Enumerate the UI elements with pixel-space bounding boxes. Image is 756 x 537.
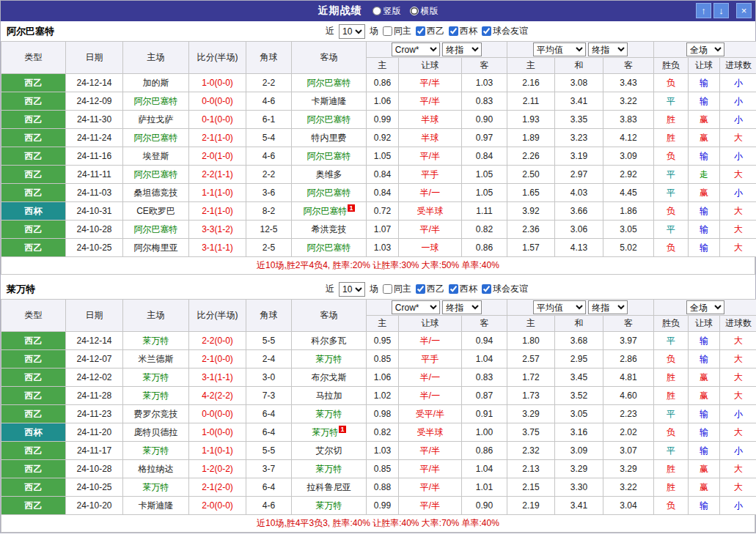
away-team-name: 阿尔巴塞特 — [307, 242, 351, 253]
match-date: 24-11-23 — [66, 405, 123, 423]
league-checkbox[interactable] — [416, 26, 425, 36]
league-type: 西杯 — [1, 423, 66, 442]
league-type: 西乙 — [1, 221, 66, 239]
league-type: 西乙 — [1, 478, 66, 497]
corner-score: 2-5 — [246, 239, 292, 257]
league-type: 西乙 — [1, 369, 66, 387]
avg-odds-away: 2.23 — [603, 405, 654, 423]
friendly-checkbox[interactable] — [482, 26, 491, 36]
avg-odds-away: 2.02 — [603, 423, 654, 442]
same-home-checkbox[interactable] — [383, 26, 392, 36]
home-team-name: 莱万特 — [143, 482, 169, 492]
avg-odds-away: 4.12 — [603, 129, 654, 147]
away-team-name: 拉科鲁尼亚 — [307, 482, 351, 492]
col-header-away: 客场 — [292, 300, 367, 332]
handicap-odds-home: 1.06 — [367, 369, 399, 387]
avg-odds-home: 1.89 — [507, 129, 555, 147]
result-outcome: 负 — [654, 74, 689, 92]
avg-odds-draw: 3.19 — [555, 147, 603, 166]
away-team-name: 阿尔巴塞特 — [307, 78, 351, 88]
result-outcome: 平 — [654, 332, 689, 350]
result-handicap: 赢 — [689, 129, 720, 147]
vertical-layout-radio[interactable] — [373, 7, 381, 15]
avg-odds-draw: 4.03 — [555, 184, 603, 202]
corner-score: 5-5 — [246, 442, 292, 460]
corner-score: 5-5 — [246, 332, 292, 350]
corner-score: 8-2 — [246, 202, 292, 221]
home-team: 米兰德斯 — [123, 350, 189, 369]
result-goals: 大 — [720, 387, 756, 405]
league-checkbox[interactable] — [416, 284, 425, 294]
same-home-checkbox[interactable] — [383, 284, 392, 294]
avg-odds-away: 3.22 — [603, 478, 654, 497]
handicap-odds-away: 0.90 — [462, 497, 507, 515]
filter-bar: 近 10 场 同主 西乙 西杯 球会友谊 — [326, 279, 528, 299]
corner-score: 6-4 — [246, 405, 292, 423]
same-home-filter[interactable]: 同主 — [383, 283, 411, 295]
recent-results-window: 近期战绩 竖版 横版 ↑ ↓ × 阿尔巴塞特 近 10 — [0, 0, 756, 533]
cup-checkbox[interactable] — [449, 26, 458, 36]
move-up-button[interactable]: ↑ — [696, 3, 711, 18]
layout-option-horizontal[interactable]: 横版 — [410, 5, 438, 18]
away-team: 科尔多瓦 — [292, 332, 367, 350]
match-score: 3-1(1-1) — [189, 239, 246, 257]
average-select[interactable]: 平均值 — [533, 42, 586, 56]
layout-option-vertical[interactable]: 竖版 — [373, 5, 401, 18]
avg-odds-home: 1.72 — [507, 369, 555, 387]
recent-count-select[interactable]: 10 — [339, 24, 365, 39]
result-goals: 大 — [720, 166, 756, 184]
match-row: 西乙24-12-09阿尔巴塞特0-0(0-0)4-6卡斯迪隆1.06平/半0.8… — [1, 92, 756, 111]
avg-odds-draw: 3.05 — [555, 405, 603, 423]
filter-games-label: 场 — [370, 283, 378, 295]
match-score: 1-0(0-0) — [189, 74, 246, 92]
cup-checkbox[interactable] — [449, 284, 458, 294]
scope-select[interactable]: 全场 — [686, 300, 724, 314]
result-outcome: 负 — [654, 202, 689, 221]
team-name: 莱万特 — [7, 283, 35, 296]
bookmaker-select[interactable]: Crow* — [392, 300, 440, 314]
handicap-odds-home: 0.85 — [367, 460, 399, 478]
handicap-line: 平/半 — [399, 497, 462, 515]
cup-filter[interactable]: 西杯 — [449, 25, 477, 37]
result-outcome: 胜 — [654, 111, 689, 129]
match-score: 1-2(0-2) — [189, 460, 246, 478]
odds-stage-select[interactable]: 终指 — [442, 42, 482, 56]
friendly-checkbox[interactable] — [482, 284, 491, 294]
scope-select[interactable]: 全场 — [686, 42, 724, 56]
away-team: 卡斯迪隆 — [292, 92, 367, 111]
move-down-button[interactable]: ↓ — [713, 3, 729, 18]
cup-filter[interactable]: 西杯 — [449, 283, 477, 295]
avg-odds-draw: 3.68 — [555, 332, 603, 350]
avg-stage-select[interactable]: 终指 — [588, 300, 628, 314]
odds-stage-select[interactable]: 终指 — [442, 300, 482, 314]
handicap-odds-away: 0.90 — [462, 111, 507, 129]
same-home-filter[interactable]: 同主 — [383, 25, 411, 37]
average-select[interactable]: 平均值 — [533, 300, 586, 314]
league-type: 西乙 — [1, 92, 66, 111]
recent-count-select[interactable]: 10 — [339, 282, 365, 297]
bookmaker-select[interactable]: Crow* — [392, 42, 440, 56]
match-score: 2-2(1-1) — [189, 166, 246, 184]
avg-stage-select[interactable]: 终指 — [588, 42, 628, 56]
home-team-name: 莱万特 — [143, 445, 169, 456]
close-button[interactable]: × — [736, 3, 752, 18]
result-handicap: 赢 — [689, 184, 720, 202]
avg-odds-draw: 3.16 — [555, 423, 603, 442]
friendly-filter[interactable]: 球会友谊 — [482, 25, 528, 37]
away-team-name: 莱万特 — [312, 427, 338, 437]
away-team: 莱万特 — [292, 497, 367, 515]
away-team: 阿尔巴塞特 — [292, 239, 367, 257]
handicap-odds-home: 0.99 — [367, 111, 399, 129]
avg-odds-draw: 3.23 — [555, 129, 603, 147]
horizontal-layout-radio[interactable] — [410, 7, 419, 15]
friendly-filter[interactable]: 球会友谊 — [482, 283, 528, 295]
col-header-corner: 角球 — [246, 300, 292, 332]
home-team: 阿尔巴塞特 — [123, 92, 189, 111]
horizontal-layout-label: 横版 — [421, 5, 438, 18]
avg-odds-home: 2.50 — [507, 166, 555, 184]
league-filter[interactable]: 西乙 — [416, 25, 444, 37]
league-filter[interactable]: 西乙 — [416, 283, 444, 295]
result-handicap: 输 — [689, 423, 720, 442]
away-team: 布尔戈斯 — [292, 369, 367, 387]
result-handicap: 输 — [689, 74, 720, 92]
